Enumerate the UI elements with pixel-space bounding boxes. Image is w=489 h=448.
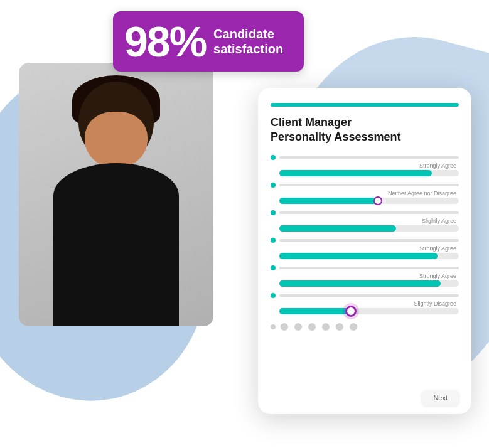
slider-thumb-active[interactable]: [345, 306, 357, 317]
slider-fill: [279, 253, 438, 259]
satisfaction-percent: 98%: [124, 20, 206, 63]
question-row: Strongly Agree: [271, 155, 459, 176]
question-line: [279, 156, 459, 159]
satisfaction-label: Candidate satisfaction: [213, 26, 289, 56]
question-dot: [271, 210, 276, 215]
slider-track[interactable]: [279, 198, 459, 204]
question-row: Slightly Agree: [271, 210, 459, 232]
question-line: [279, 267, 459, 269]
body: [53, 163, 179, 326]
assessment-card: Client Manager Personality Assessment St…: [258, 88, 471, 414]
next-button[interactable]: Next: [422, 390, 459, 405]
question-dot: [271, 155, 276, 160]
partial-dot: [271, 324, 276, 329]
question-row: Slightly Disagree: [271, 293, 459, 314]
question-dot: [271, 265, 276, 270]
slider-label: Neither Agree nor Disagree: [279, 190, 459, 196]
slider-thumb[interactable]: [373, 196, 382, 205]
partial-circle: [336, 323, 343, 331]
question-line: [279, 239, 459, 242]
assessment-title: Client Manager Personality Assessment: [271, 115, 459, 144]
partial-circle: [281, 323, 288, 331]
slider-fill: [279, 198, 378, 204]
question-line: [279, 211, 459, 214]
person-photo: [19, 63, 213, 326]
question-row: Neither Agree nor Disagree: [271, 183, 459, 204]
slider-fill: [279, 308, 351, 314]
slider-label: Strongly Agree: [279, 245, 459, 252]
slider-label: Slightly Disagree: [279, 301, 459, 307]
question-row: Strongly Agree: [271, 238, 459, 259]
slider-fill: [279, 225, 396, 232]
question-row: Strongly Agree: [271, 265, 459, 287]
slider-track[interactable]: [279, 280, 459, 287]
question-dot: [271, 238, 276, 243]
partial-circle: [350, 323, 357, 331]
questions-section: Strongly Agree Neither Agree nor Disagre…: [271, 155, 459, 331]
slider-label: Strongly Agree: [279, 273, 459, 279]
slider-fill: [279, 170, 432, 176]
slider-track[interactable]: [279, 225, 459, 232]
slider-track[interactable]: [279, 170, 459, 176]
question-dot: [271, 183, 276, 188]
slider-fill: [279, 280, 441, 287]
partial-circle: [294, 323, 302, 331]
partial-circles: [281, 323, 459, 331]
slider-label: Slightly Agree: [279, 218, 459, 224]
head: [78, 82, 154, 163]
question-dot: [271, 293, 276, 298]
slider-track[interactable]: [279, 253, 459, 259]
slider-label: Strongly Agree: [279, 163, 459, 169]
satisfaction-badge: 98% Candidate satisfaction: [113, 11, 304, 72]
slider-track[interactable]: [279, 308, 459, 314]
partial-row: [271, 323, 459, 331]
question-line: [279, 184, 459, 186]
question-line: [279, 294, 459, 297]
card-top-bar: [271, 103, 459, 107]
partial-circle: [308, 323, 316, 331]
partial-circle: [322, 323, 330, 331]
